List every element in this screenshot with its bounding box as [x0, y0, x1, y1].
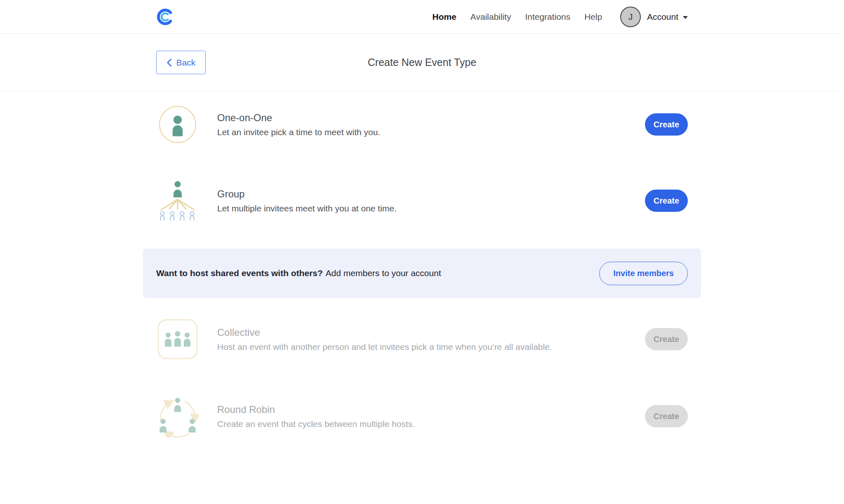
page-header: Back Create New Event Type — [0, 34, 844, 91]
nav-item-help[interactable]: Help — [584, 12, 602, 22]
event-type-row-collective: Collective Host an event with another pe… — [143, 316, 701, 362]
account-menu[interactable]: J Account — [620, 7, 688, 27]
one-on-one-icon — [156, 103, 199, 146]
event-description: Let an invitee pick a time to meet with … — [217, 127, 380, 137]
event-title: Collective — [217, 327, 552, 338]
event-type-row-round-robin: Round Robin Create an event that cycles … — [143, 394, 701, 439]
banner-bold-text: Want to host shared events with others? — [156, 268, 323, 278]
banner-text: Want to host shared events with others?A… — [156, 268, 441, 278]
group-icon — [156, 179, 199, 222]
event-type-list: One-on-One Let an invitee pick a time to… — [0, 102, 844, 439]
event-title: One-on-One — [217, 112, 380, 124]
event-type-row-one-on-one: One-on-One Let an invitee pick a time to… — [143, 102, 701, 147]
chevron-left-icon — [166, 59, 172, 67]
avatar: J — [620, 7, 641, 27]
chevron-down-icon — [683, 16, 688, 19]
main-navigation: Home Availability Integrations Help J Ac… — [432, 7, 688, 27]
invite-banner: Want to host shared events with others?A… — [143, 248, 701, 298]
event-description: Create an event that cycles between mult… — [217, 419, 415, 429]
nav-item-integrations[interactable]: Integrations — [525, 12, 570, 22]
nav-item-home[interactable]: Home — [432, 12, 456, 22]
top-nav: Home Availability Integrations Help J Ac… — [0, 0, 844, 34]
round-robin-icon — [156, 395, 199, 438]
event-title: Group — [217, 188, 396, 200]
nav-item-availability[interactable]: Availability — [470, 12, 511, 22]
create-round-robin-button[interactable]: Create — [645, 405, 688, 427]
event-description: Let multiple invitees meet with you at o… — [217, 204, 396, 213]
back-button[interactable]: Back — [156, 51, 206, 74]
create-group-button[interactable]: Create — [645, 190, 688, 212]
collective-icon — [156, 318, 199, 361]
create-one-on-one-button[interactable]: Create — [645, 113, 688, 136]
event-description: Host an event with another person and le… — [217, 342, 552, 352]
page-title: Create New Event Type — [143, 56, 701, 68]
back-button-label: Back — [176, 58, 196, 68]
invite-members-button[interactable]: Invite members — [599, 262, 688, 285]
create-collective-button[interactable]: Create — [645, 328, 688, 350]
account-label: Account — [647, 12, 678, 22]
event-title: Round Robin — [217, 404, 415, 415]
event-type-row-group: Group Let multiple invitees meet with yo… — [143, 178, 701, 223]
calendly-logo-icon — [156, 8, 174, 26]
banner-normal-text: Add members to your account — [326, 268, 441, 278]
calendly-logo[interactable] — [156, 8, 174, 26]
